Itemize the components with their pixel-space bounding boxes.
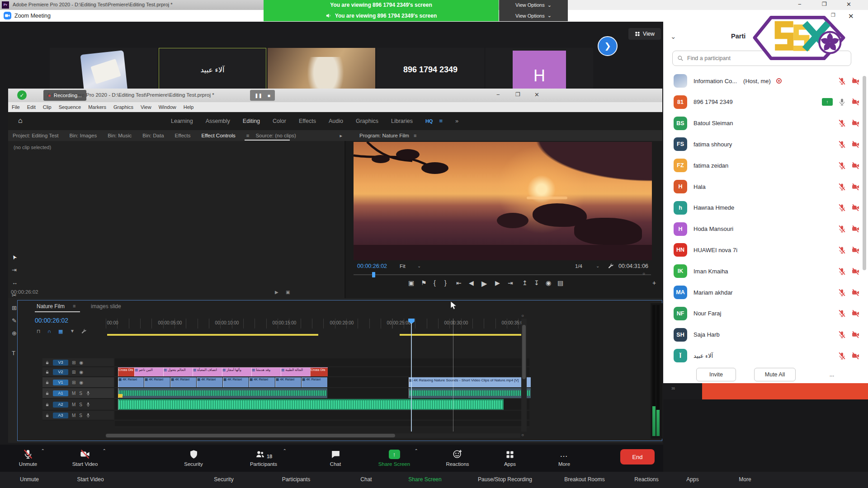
camera-off-icon[interactable] <box>851 267 860 275</box>
mark-in-button[interactable]: { <box>434 279 436 286</box>
track-a3[interactable] <box>115 411 529 420</box>
more-button[interactable]: … More <box>539 447 589 467</box>
chat-label[interactable]: Chat <box>360 476 372 483</box>
lock-icon[interactable] <box>45 370 49 374</box>
lock-icon[interactable] <box>45 361 49 365</box>
settings-wrench-icon[interactable] <box>608 263 614 269</box>
end-button[interactable]: End <box>620 449 655 465</box>
view-options-button-1[interactable]: View Options⌄ <box>499 0 568 10</box>
close-button[interactable]: ✕ <box>846 1 851 8</box>
lock-icon[interactable] <box>45 413 49 418</box>
extract-button[interactable]: ↧ <box>534 279 539 286</box>
camera-off-icon[interactable] <box>851 183 860 191</box>
track-v1[interactable]: ▦ 4K Relaxi ▦ 4K Relaxi ▦ 4K Relaxi ▦ 4K… <box>115 377 529 388</box>
voiceover-mic-icon[interactable] <box>86 391 90 395</box>
maximize-button[interactable]: ❐ <box>822 1 827 7</box>
premiere-maximize-button[interactable]: ❐ <box>515 91 520 98</box>
participant-row[interactable]: 81896 1794 2349↑ <box>674 93 860 112</box>
menu-file[interactable]: File <box>12 104 20 110</box>
participant-row[interactable]: HHala <box>674 177 860 196</box>
slip-tool[interactable]: ⊞ <box>12 305 17 311</box>
workspace-learning[interactable]: Learning <box>171 118 193 124</box>
mute-button[interactable]: M <box>72 391 75 396</box>
solo-button[interactable]: S <box>79 402 82 407</box>
track-a1[interactable] <box>115 388 529 399</box>
timeline-clip[interactable]: ▦ 4K Relaxi <box>144 377 170 387</box>
panel-menu-icon[interactable]: ≡ <box>73 303 75 309</box>
track-header-a1[interactable]: A1MS <box>42 388 114 399</box>
participant-row[interactable]: SHSaja Harb <box>674 325 860 344</box>
next-page-button[interactable]: ❯ <box>598 36 618 56</box>
program-playhead[interactable] <box>372 272 375 277</box>
participant-row[interactable]: NFNour Faraj <box>674 304 860 323</box>
voiceover-mic-icon[interactable] <box>86 413 90 418</box>
ripple-edit-tool[interactable]: ↔ <box>12 279 18 286</box>
participant-row[interactable]: MAMariam akhdar <box>674 283 860 302</box>
audio-clip[interactable] <box>118 388 327 398</box>
sequence-settings-icon[interactable]: ▦ <box>58 328 63 334</box>
share-screen-button[interactable]: ↑ Share Screen⌃ <box>369 447 419 467</box>
apps-label[interactable]: Apps <box>686 476 698 483</box>
track-extra[interactable] <box>115 421 529 427</box>
timeline-clip[interactable]: ▦ الحالة الطيبة <box>281 367 310 376</box>
sync-lock-icon[interactable]: ⊞ <box>72 370 75 375</box>
participant-row[interactable]: آآلاء عبيد <box>674 346 860 365</box>
view-options-button-2[interactable]: View Options⌄ <box>499 10 568 21</box>
track-header-v2[interactable]: V2⊞◉ <box>42 367 114 377</box>
mic-muted-icon[interactable] <box>838 204 846 211</box>
camera-off-icon[interactable] <box>851 310 860 317</box>
close-panel-button[interactable]: ✕ <box>848 12 854 20</box>
play-button[interactable]: ▶ <box>481 279 487 288</box>
track-v3[interactable] <box>115 358 529 367</box>
workspace-effects[interactable]: Effects <box>299 118 316 124</box>
more-label[interactable]: More <box>739 476 751 483</box>
list-scrollbar[interactable] <box>863 71 866 365</box>
timeline-wrench-icon[interactable] <box>81 328 87 334</box>
workspace-graphics[interactable]: Graphics <box>356 118 378 124</box>
menu-sequence[interactable]: Sequence <box>59 104 81 110</box>
type-tool[interactable]: T <box>12 350 15 357</box>
share-screen-label[interactable]: Share Screen <box>408 476 441 483</box>
workspace-menu-icon[interactable]: ≡ <box>439 117 443 124</box>
menu-view[interactable]: View <box>141 104 151 110</box>
timeline-tab-inactive[interactable]: images slide <box>91 303 121 310</box>
timeline-playhead-line[interactable] <box>411 323 412 432</box>
vertical-scrollbar[interactable] <box>521 319 527 432</box>
mute-button[interactable]: M <box>72 402 75 407</box>
hq-badge[interactable]: HQ <box>425 118 433 124</box>
premiere-minimize-button[interactable]: − <box>496 91 500 98</box>
menu-graphics[interactable]: Graphics <box>113 104 133 110</box>
overflow-icon[interactable]: » <box>455 117 458 124</box>
toggle-output-eye-icon[interactable]: ◉ <box>79 380 83 385</box>
tab-source[interactable]: Source: (no clips) <box>255 133 296 138</box>
menu-markers[interactable]: Markers <box>88 104 106 110</box>
track-v2[interactable]: Cross Dis ▦ النين ناعم ▦ الحالم يتحول ▦ … <box>115 367 529 377</box>
apps-button[interactable]: Apps <box>485 447 535 467</box>
voiceover-mic-icon[interactable] <box>86 402 90 407</box>
play-icon[interactable]: ▶ <box>275 290 278 295</box>
step-back-button[interactable]: ◀ <box>469 279 474 286</box>
selection-tool[interactable]: ➤ <box>10 253 18 261</box>
timeline-clip[interactable]: ▦ الحالم يتحول <box>163 367 193 376</box>
participant-row[interactable]: Information Co...(Host, me) <box>674 71 860 90</box>
workspace-editing[interactable]: Editing <box>243 118 260 124</box>
razor-tool[interactable]: ✂ <box>12 292 17 299</box>
workspace-libraries[interactable]: Libraries <box>391 118 413 124</box>
pen-tool[interactable]: ✎ <box>12 317 17 324</box>
panel-menu-icon[interactable]: ≡ <box>414 133 416 138</box>
timeline-clip[interactable]: ▦ انصاف المعبأة <box>193 367 222 376</box>
camera-off-icon[interactable] <box>851 352 860 360</box>
mark-out-button[interactable]: } <box>444 279 447 286</box>
pause-stop-recording-label[interactable]: Pause/Stop Recording <box>478 476 532 483</box>
participant-row[interactable]: IKIman Kmaiha <box>674 262 860 281</box>
workspace-audio[interactable]: Audio <box>329 118 343 124</box>
participants-button[interactable]: 18 Participants⌃ <box>239 447 288 467</box>
camera-off-icon[interactable] <box>851 119 860 127</box>
participant-row[interactable]: HHoda Mansouri <box>674 220 860 239</box>
start-video-button[interactable]: Start Video⌃ <box>60 447 110 467</box>
chevron-right-icon[interactable]: ▸ <box>340 133 342 139</box>
linked-selection-icon[interactable]: ∩ <box>47 328 51 334</box>
timeline-clip[interactable]: ▦ 4K Relaxi <box>118 377 144 387</box>
reactions-button[interactable]: Reactions <box>433 447 482 467</box>
participant-row[interactable]: FSfatima shhoury <box>674 135 860 154</box>
